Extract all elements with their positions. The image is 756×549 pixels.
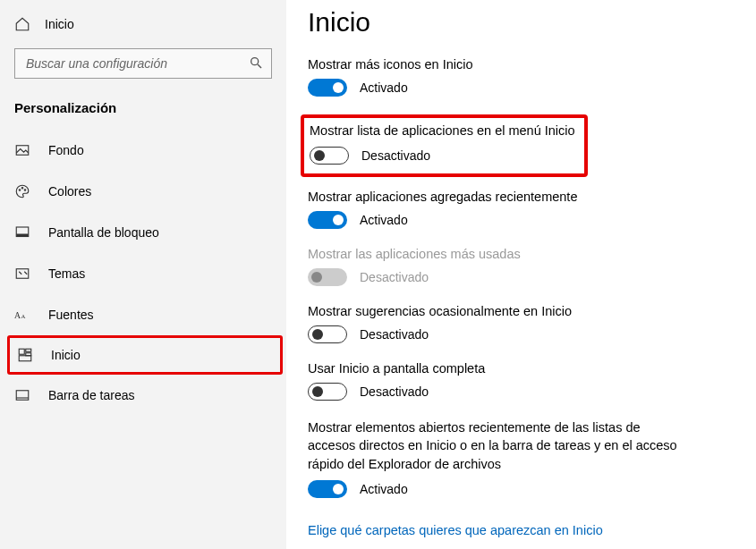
choose-folders-link[interactable]: Elige qué carpetas quieres que aparezcan… [308,523,603,537]
svg-rect-12 [26,349,31,351]
svg-rect-11 [19,349,24,354]
section-title: Personalización [0,95,286,130]
search-wrap [14,48,272,79]
setting-recent-items: Mostrar elementos abiertos recientemente… [308,418,729,498]
svg-rect-15 [16,391,29,401]
themes-icon [14,266,30,282]
sidebar-item-label: Inicio [51,348,81,362]
toggle-state: Activado [360,80,408,95]
setting-suggestions: Mostrar sugerencias ocasionalmente en In… [308,304,729,343]
setting-label: Mostrar aplicaciones agregadas recientem… [308,190,729,204]
palette-icon [14,183,30,199]
fonts-icon: AA [14,307,30,323]
setting-label: Mostrar elementos abiertos recientemente… [308,418,684,473]
search-input[interactable] [14,48,272,79]
svg-text:A: A [21,313,26,319]
image-icon [14,142,30,158]
lockscreen-icon [14,224,30,241]
toggle-state: Activado [360,482,408,496]
toggle-state: Desactivado [360,327,429,342]
sidebar-item-inicio-highlight: Inicio [0,335,286,375]
home-label: Inicio [45,17,74,31]
sidebar-item-temas[interactable]: Temas [0,253,286,294]
toggle-fullscreen[interactable] [308,383,347,401]
toggle-recent-items[interactable] [308,480,347,498]
svg-rect-14 [19,356,31,361]
toggle-more-icons[interactable] [308,79,347,97]
toggle-most-used [308,268,347,286]
search-icon [249,55,265,72]
sidebar-item-colores[interactable]: Colores [0,171,286,212]
setting-label: Usar Inicio a pantalla completa [308,361,729,376]
main-panel: Inicio Mostrar más iconos en Inicio Acti… [286,0,756,549]
nav-list: Fondo Colores Pantalla de bloqueo Temas … [0,130,286,416]
svg-point-4 [21,188,23,190]
page-title: Inicio [308,7,729,38]
sidebar-item-label: Colores [48,184,91,198]
toggle-app-list[interactable] [310,147,349,165]
svg-point-3 [19,190,21,191]
setting-label: Mostrar sugerencias ocasionalmente en In… [308,304,729,318]
toggle-state: Desactivado [361,148,430,163]
setting-app-list-highlight: Mostrar lista de aplicaciones en el menú… [301,114,588,177]
svg-rect-7 [16,234,29,237]
sidebar-item-label: Fuentes [48,308,94,322]
svg-line-1 [258,64,261,68]
home-button[interactable]: Inicio [0,9,286,39]
setting-label: Mostrar lista de aplicaciones en el menú… [310,123,575,138]
sidebar-item-inicio[interactable]: Inicio [10,338,280,372]
toggle-recently-added[interactable] [308,211,347,229]
toggle-state: Desactivado [360,270,429,284]
setting-most-used: Mostrar las aplicaciones más usadas Desa… [308,247,729,286]
sidebar-item-label: Pantalla de bloqueo [48,225,159,240]
start-icon [17,347,33,363]
setting-more-icons: Mostrar más iconos en Inicio Activado [308,57,729,97]
sidebar-item-taskbar[interactable]: Barra de tareas [0,375,286,416]
sidebar-item-label: Barra de tareas [48,388,135,402]
sidebar-item-fuentes[interactable]: AA Fuentes [0,294,286,335]
svg-text:A: A [14,310,21,320]
setting-label: Mostrar más iconos en Inicio [308,57,729,72]
toggle-state: Desactivado [360,384,429,399]
setting-label: Mostrar las aplicaciones más usadas [308,247,729,261]
sidebar-item-label: Fondo [48,143,84,157]
sidebar-item-lockscreen[interactable]: Pantalla de bloqueo [0,212,286,253]
svg-point-0 [251,58,259,65]
sidebar-item-fondo[interactable]: Fondo [0,130,286,171]
home-icon [14,16,30,32]
toggle-state: Activado [360,213,408,227]
taskbar-icon [14,387,30,403]
setting-recently-added: Mostrar aplicaciones agregadas recientem… [308,190,729,229]
sidebar: Inicio Personalización Fondo Colores Pan… [0,0,286,549]
sidebar-item-label: Temas [48,266,85,281]
svg-point-5 [24,190,26,191]
toggle-suggestions[interactable] [308,325,347,343]
setting-fullscreen: Usar Inicio a pantalla completa Desactiv… [308,361,729,401]
